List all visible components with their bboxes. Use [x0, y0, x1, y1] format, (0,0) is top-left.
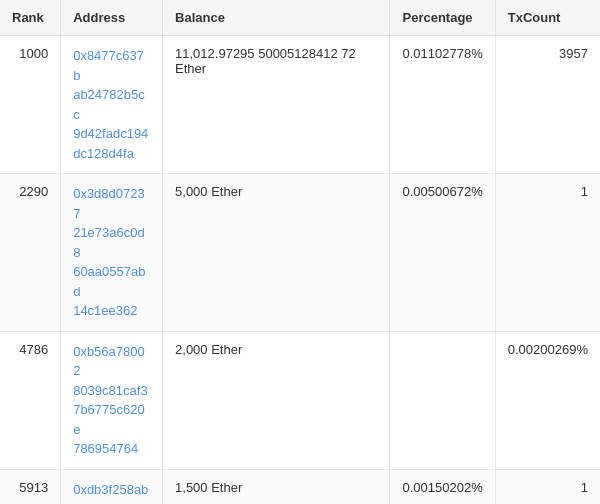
percentage-cell: 0.00500672%: [390, 174, 495, 332]
col-header-rank: Rank: [0, 0, 61, 36]
balance-cell: 1,500 Ether: [163, 469, 390, 504]
address-cell[interactable]: 0xb56a780028039c81caf37b6775c620e7869547…: [61, 331, 163, 469]
rank-cell: 1000: [0, 36, 61, 174]
col-header-txcount: TxCount: [495, 0, 600, 36]
rank-cell: 4786: [0, 331, 61, 469]
txcount-cell: 1: [495, 174, 600, 332]
col-header-balance: Balance: [163, 0, 390, 36]
accounts-table: Rank Address Balance Percentage TxCount …: [0, 0, 600, 504]
address-cell[interactable]: 0x3d8d0723721e73a6c0d860aa0557abd14c1ee3…: [61, 174, 163, 332]
txcount-cell: 3957: [495, 36, 600, 174]
col-header-address: Address: [61, 0, 163, 36]
balance-cell: 2,000 Ether: [163, 331, 390, 469]
txcount-cell: 0.00200269%: [495, 331, 600, 469]
address-cell[interactable]: 0xdb3f258ab2a3c2cf339c4499f75a4bd1d3472e…: [61, 469, 163, 504]
table-header-row: Rank Address Balance Percentage TxCount: [0, 0, 600, 36]
percentage-cell: [390, 331, 495, 469]
table-row: 59130xdb3f258ab2a3c2cf339c4499f75a4bd1d3…: [0, 469, 600, 504]
address-link[interactable]: 0xdb3f258ab2a3c2cf339c4499f75a4bd1d3472e…: [73, 482, 149, 505]
rank-cell: 2290: [0, 174, 61, 332]
rank-cell: 5913: [0, 469, 61, 504]
txcount-cell: 1: [495, 469, 600, 504]
table-row: 22900x3d8d0723721e73a6c0d860aa0557abd14c…: [0, 174, 600, 332]
percentage-cell: 0.01102778%: [390, 36, 495, 174]
balance-cell: 5,000 Ether: [163, 174, 390, 332]
table-row: 10000x8477c637bab24782b5cc9d42fadc194dc1…: [0, 36, 600, 174]
balance-cell: 11,012.97295 50005128412 72 Ether: [163, 36, 390, 174]
percentage-cell: 0.00150202%: [390, 469, 495, 504]
col-header-percentage: Percentage: [390, 0, 495, 36]
address-cell[interactable]: 0x8477c637bab24782b5cc9d42fadc194dc128d4…: [61, 36, 163, 174]
address-link[interactable]: 0x8477c637bab24782b5cc9d42fadc194dc128d4…: [73, 48, 148, 161]
address-link[interactable]: 0xb56a780028039c81caf37b6775c620e7869547…: [73, 344, 147, 457]
table-row: 47860xb56a780028039c81caf37b6775c620e786…: [0, 331, 600, 469]
address-link[interactable]: 0x3d8d0723721e73a6c0d860aa0557abd14c1ee3…: [73, 186, 145, 318]
